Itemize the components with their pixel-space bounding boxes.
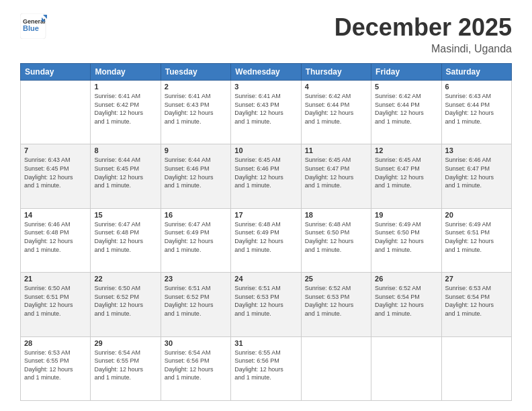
calendar-cell: 8Sunrise: 6:44 AMSunset: 6:45 PMDaylight…	[91, 144, 161, 208]
day-number: 14	[24, 211, 87, 219]
calendar-cell: 15Sunrise: 6:47 AMSunset: 6:48 PMDayligh…	[91, 208, 161, 272]
header: General Blue December 2025 Masindi, Ugan…	[20, 13, 512, 55]
calendar-cell: 10Sunrise: 6:45 AMSunset: 6:46 PMDayligh…	[231, 144, 301, 208]
day-number: 10	[234, 146, 297, 154]
day-info: Sunrise: 6:46 AMSunset: 6:48 PMDaylight:…	[24, 220, 87, 254]
day-number: 23	[165, 275, 227, 283]
day-number: 31	[234, 339, 297, 347]
calendar-cell: 7Sunrise: 6:43 AMSunset: 6:45 PMDaylight…	[21, 144, 91, 208]
day-number: 29	[94, 339, 157, 347]
col-tuesday: Tuesday	[161, 64, 230, 81]
calendar-cell: 2Sunrise: 6:41 AMSunset: 6:43 PMDaylight…	[161, 81, 230, 144]
col-monday: Monday	[91, 64, 161, 81]
day-info: Sunrise: 6:50 AMSunset: 6:52 PMDaylight:…	[94, 284, 157, 318]
logo: General Blue	[20, 13, 47, 39]
day-info: Sunrise: 6:48 AMSunset: 6:50 PMDaylight:…	[305, 220, 367, 254]
calendar-cell: 14Sunrise: 6:46 AMSunset: 6:48 PMDayligh…	[21, 208, 91, 272]
day-info: Sunrise: 6:50 AMSunset: 6:51 PMDaylight:…	[24, 284, 87, 318]
calendar-cell: 28Sunrise: 6:53 AMSunset: 6:55 PMDayligh…	[21, 336, 91, 400]
day-info: Sunrise: 6:52 AMSunset: 6:53 PMDaylight:…	[305, 284, 367, 318]
calendar-cell: 26Sunrise: 6:52 AMSunset: 6:54 PMDayligh…	[371, 273, 441, 336]
calendar-cell: 13Sunrise: 6:46 AMSunset: 6:47 PMDayligh…	[441, 144, 511, 208]
day-info: Sunrise: 6:52 AMSunset: 6:54 PMDaylight:…	[375, 284, 437, 318]
calendar-cell: 30Sunrise: 6:54 AMSunset: 6:56 PMDayligh…	[161, 336, 230, 400]
calendar-cell: 23Sunrise: 6:51 AMSunset: 6:52 PMDayligh…	[161, 273, 230, 336]
calendar-cell: 25Sunrise: 6:52 AMSunset: 6:53 PMDayligh…	[301, 273, 371, 336]
col-saturday: Saturday	[441, 64, 511, 81]
day-number: 7	[24, 146, 87, 154]
day-number: 28	[24, 339, 87, 347]
calendar-cell: 27Sunrise: 6:53 AMSunset: 6:54 PMDayligh…	[441, 273, 511, 336]
calendar-cell: 4Sunrise: 6:42 AMSunset: 6:44 PMDaylight…	[301, 81, 371, 144]
day-info: Sunrise: 6:45 AMSunset: 6:47 PMDaylight:…	[375, 156, 437, 189]
day-info: Sunrise: 6:49 AMSunset: 6:51 PMDaylight:…	[445, 220, 508, 254]
day-number: 17	[234, 211, 297, 219]
day-number: 30	[165, 339, 227, 347]
day-info: Sunrise: 6:47 AMSunset: 6:49 PMDaylight:…	[165, 220, 227, 254]
calendar-week-row: 1Sunrise: 6:41 AMSunset: 6:42 PMDaylight…	[21, 81, 512, 144]
day-info: Sunrise: 6:53 AMSunset: 6:55 PMDaylight:…	[24, 349, 87, 382]
col-sunday: Sunday	[21, 64, 91, 81]
calendar-cell: 24Sunrise: 6:51 AMSunset: 6:53 PMDayligh…	[231, 273, 301, 336]
calendar-week-row: 21Sunrise: 6:50 AMSunset: 6:51 PMDayligh…	[21, 273, 512, 336]
day-number: 25	[305, 275, 367, 283]
calendar-table: Sunday Monday Tuesday Wednesday Thursday…	[20, 63, 512, 401]
day-info: Sunrise: 6:54 AMSunset: 6:55 PMDaylight:…	[94, 349, 157, 382]
title-block: December 2025 Masindi, Uganda	[335, 13, 512, 55]
day-number: 24	[234, 275, 297, 283]
logo-icon: General Blue	[20, 13, 47, 39]
calendar-cell: 21Sunrise: 6:50 AMSunset: 6:51 PMDayligh…	[21, 273, 91, 336]
day-number: 16	[165, 211, 227, 219]
calendar-cell: 16Sunrise: 6:47 AMSunset: 6:49 PMDayligh…	[161, 208, 230, 272]
day-number: 6	[445, 83, 508, 91]
calendar-cell: 17Sunrise: 6:48 AMSunset: 6:49 PMDayligh…	[231, 208, 301, 272]
day-info: Sunrise: 6:44 AMSunset: 6:45 PMDaylight:…	[94, 156, 157, 189]
calendar-cell: 1Sunrise: 6:41 AMSunset: 6:42 PMDaylight…	[91, 81, 161, 144]
calendar-cell: 22Sunrise: 6:50 AMSunset: 6:52 PMDayligh…	[91, 273, 161, 336]
calendar-cell: 5Sunrise: 6:42 AMSunset: 6:44 PMDaylight…	[371, 81, 441, 144]
day-number: 9	[165, 146, 227, 154]
day-info: Sunrise: 6:51 AMSunset: 6:53 PMDaylight:…	[234, 284, 297, 318]
day-info: Sunrise: 6:55 AMSunset: 6:56 PMDaylight:…	[234, 349, 297, 382]
calendar-body: 1Sunrise: 6:41 AMSunset: 6:42 PMDaylight…	[21, 81, 512, 401]
col-friday: Friday	[371, 64, 441, 81]
calendar-cell: 29Sunrise: 6:54 AMSunset: 6:55 PMDayligh…	[91, 336, 161, 400]
day-info: Sunrise: 6:48 AMSunset: 6:49 PMDaylight:…	[234, 220, 297, 254]
svg-text:Blue: Blue	[23, 24, 39, 32]
calendar-cell: 12Sunrise: 6:45 AMSunset: 6:47 PMDayligh…	[371, 144, 441, 208]
day-number: 15	[94, 211, 157, 219]
day-info: Sunrise: 6:43 AMSunset: 6:44 PMDaylight:…	[445, 92, 508, 126]
calendar-cell: 6Sunrise: 6:43 AMSunset: 6:44 PMDaylight…	[441, 81, 511, 144]
page: General Blue December 2025 Masindi, Ugan…	[0, 0, 532, 411]
calendar-cell	[441, 336, 511, 400]
calendar-cell: 19Sunrise: 6:49 AMSunset: 6:50 PMDayligh…	[371, 208, 441, 272]
calendar-cell	[21, 81, 91, 144]
calendar-cell	[371, 336, 441, 400]
calendar-cell: 18Sunrise: 6:48 AMSunset: 6:50 PMDayligh…	[301, 208, 371, 272]
calendar-week-row: 7Sunrise: 6:43 AMSunset: 6:45 PMDaylight…	[21, 144, 512, 208]
day-info: Sunrise: 6:51 AMSunset: 6:52 PMDaylight:…	[165, 284, 227, 318]
day-info: Sunrise: 6:54 AMSunset: 6:56 PMDaylight:…	[165, 349, 227, 382]
month-title: December 2025	[335, 13, 512, 42]
calendar-cell: 3Sunrise: 6:41 AMSunset: 6:43 PMDaylight…	[231, 81, 301, 144]
day-number: 4	[305, 83, 367, 91]
day-info: Sunrise: 6:46 AMSunset: 6:47 PMDaylight:…	[445, 156, 508, 189]
day-info: Sunrise: 6:45 AMSunset: 6:47 PMDaylight:…	[305, 156, 367, 189]
day-info: Sunrise: 6:42 AMSunset: 6:44 PMDaylight:…	[375, 92, 437, 126]
calendar-week-row: 28Sunrise: 6:53 AMSunset: 6:55 PMDayligh…	[21, 336, 512, 400]
day-number: 13	[445, 146, 508, 154]
day-info: Sunrise: 6:41 AMSunset: 6:42 PMDaylight:…	[94, 92, 157, 126]
col-thursday: Thursday	[301, 64, 371, 81]
calendar-cell: 20Sunrise: 6:49 AMSunset: 6:51 PMDayligh…	[441, 208, 511, 272]
day-number: 3	[234, 83, 297, 91]
calendar-cell	[301, 336, 371, 400]
day-number: 18	[305, 211, 367, 219]
calendar-cell: 31Sunrise: 6:55 AMSunset: 6:56 PMDayligh…	[231, 336, 301, 400]
day-number: 19	[375, 211, 437, 219]
day-number: 27	[445, 275, 508, 283]
location: Masindi, Uganda	[335, 43, 512, 55]
col-wednesday: Wednesday	[231, 64, 301, 81]
day-number: 2	[165, 83, 227, 91]
calendar-header: Sunday Monday Tuesday Wednesday Thursday…	[21, 64, 512, 81]
day-number: 1	[94, 83, 157, 91]
